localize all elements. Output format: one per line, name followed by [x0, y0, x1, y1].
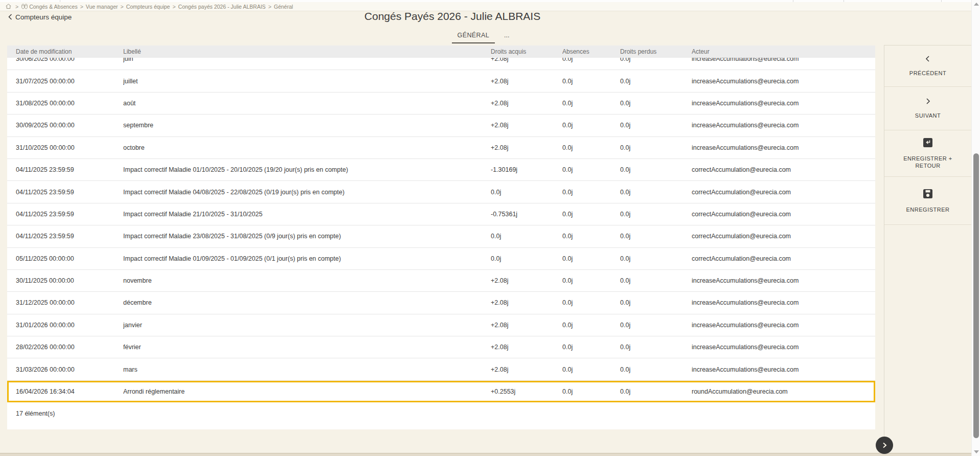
cell-droits-perdus: 0.0j [620, 122, 692, 129]
chevron-left-icon [924, 55, 931, 62]
cell-libelle: Impact correctif Maladie 21/10/2025 - 31… [123, 211, 491, 218]
cell-droits-acquis: +2.08j [491, 100, 562, 107]
next-label: SUIVANT [895, 112, 961, 119]
cell-libelle: janvier [123, 322, 491, 329]
cell-libelle: juin [123, 58, 491, 62]
cell-libelle: septembre [123, 122, 491, 129]
table-header-row: Date de modification Libellé Droits acqu… [7, 45, 875, 58]
table-row[interactable]: 31/07/2025 00:00:00juillet+2.08j0.0j0.0j… [7, 70, 875, 92]
cell-libelle: Arrondi réglementaire [123, 388, 491, 395]
table-row[interactable]: 30/09/2025 00:00:00septembre+2.08j0.0j0.… [7, 115, 875, 136]
table-row[interactable]: 04/11/2025 23:59:59Impact correctif Mala… [7, 159, 875, 181]
tab-general[interactable]: GÉNÉRAL [452, 32, 495, 43]
cell-acteur: increaseAccumulations@eurecia.com [692, 277, 875, 284]
table-row[interactable]: 30/06/2025 00:00:00juin+2.08j0.0j0.0jinc… [7, 58, 875, 70]
element-count: 17 élément(s) [16, 410, 55, 417]
chevron-right-icon [924, 98, 931, 105]
table-row[interactable]: 04/11/2025 23:59:59Impact correctif Mala… [7, 181, 875, 203]
cell-droits-perdus: 0.0j [620, 58, 692, 62]
cell-acteur: correctAccumulation@eurecia.com [692, 233, 875, 240]
cell-absences: 0.0j [562, 388, 620, 395]
table-row[interactable]: 04/11/2025 23:59:59Impact correctif Mala… [7, 225, 875, 247]
tabs-bar: GÉNÉRAL ... [0, 32, 884, 43]
cell-acteur: increaseAccumulations@eurecia.com [692, 78, 875, 85]
cell-droits-perdus: 0.0j [620, 211, 692, 218]
column-header-droits-perdus: Droits perdus [620, 48, 692, 55]
table-body: 30/06/2025 00:00:00juin+2.08j0.0j0.0jinc… [7, 58, 875, 402]
cell-droits-acquis: +2.08j [491, 78, 562, 85]
cell-droits-perdus: 0.0j [620, 277, 692, 284]
cell-date: 31/08/2025 00:00:00 [7, 100, 123, 107]
cell-absences: 0.0j [562, 78, 620, 85]
table-row[interactable]: 31/10/2025 00:00:00octobre+2.08j0.0j0.0j… [7, 137, 875, 159]
save-button[interactable]: ENREGISTRER [884, 177, 971, 225]
next-button[interactable]: SUIVANT [884, 87, 971, 130]
save-return-label: ENREGISTRER + RETOUR [895, 155, 961, 169]
table-row[interactable]: 05/11/2025 00:00:00Impact correctif Mala… [7, 248, 875, 270]
cell-droits-acquis: 0.0j [491, 255, 562, 262]
cell-date: 04/11/2025 23:59:59 [7, 233, 123, 240]
save-and-return-button[interactable]: ENREGISTRER + RETOUR [884, 130, 971, 177]
cell-droits-acquis: +2.08j [491, 122, 562, 129]
cell-date: 31/03/2026 00:00:00 [7, 366, 123, 373]
cell-libelle: juillet [123, 78, 491, 85]
table-row[interactable]: 31/01/2026 00:00:00janvier+2.08j0.0j0.0j… [7, 314, 875, 336]
scrollbar-thumb[interactable] [973, 153, 979, 438]
table-row[interactable]: 31/03/2026 00:00:00mars+2.08j0.0j0.0jinc… [7, 358, 875, 380]
cell-acteur: increaseAccumulations@eurecia.com [692, 58, 875, 62]
breadcrumb-separator: > [172, 4, 175, 10]
scroll-up-arrow[interactable] [974, 3, 979, 6]
breadcrumb-item[interactable]: Congés payés 2026 - Julie ALBRAIS [178, 4, 266, 10]
save-label: ENREGISTRER [895, 206, 961, 213]
cell-droits-acquis: +2.08j [491, 299, 562, 306]
cell-date: 30/11/2025 00:00:00 [7, 277, 123, 284]
cell-date: 30/06/2025 00:00:00 [7, 58, 123, 62]
breadcrumb-item[interactable]: Vue manager [86, 4, 118, 10]
breadcrumb-item[interactable]: Compteurs équipe [126, 4, 170, 10]
cell-libelle: mars [123, 366, 491, 373]
cell-droits-perdus: 0.0j [620, 299, 692, 306]
cell-droits-perdus: 0.0j [620, 144, 692, 151]
cell-absences: 0.0j [562, 277, 620, 284]
cell-droits-acquis: +2.08j [491, 58, 562, 62]
cell-absences: 0.0j [562, 322, 620, 329]
table-row[interactable]: 30/11/2025 00:00:00novembre+2.08j0.0j0.0… [7, 270, 875, 292]
table-row[interactable]: 28/02/2026 00:00:00février+2.08j0.0j0.0j… [7, 336, 875, 358]
breadcrumb-separator: > [268, 4, 271, 10]
cell-droits-acquis: 0.0j [491, 189, 562, 196]
cell-libelle: décembre [123, 299, 491, 306]
cell-date: 31/10/2025 00:00:00 [7, 144, 123, 151]
cell-date: 31/07/2025 00:00:00 [7, 78, 123, 85]
cell-date: 16/04/2026 16:34:04 [7, 388, 123, 395]
table-row[interactable]: 31/08/2025 00:00:00août+2.08j0.0j0.0jinc… [7, 93, 875, 115]
cell-date: 28/02/2026 00:00:00 [7, 344, 123, 351]
previous-button[interactable]: PRÉCÉDENT [884, 45, 971, 87]
column-header-droits-acquis: Droits acquis [491, 48, 562, 55]
cell-droits-perdus: 0.0j [620, 344, 692, 351]
panel-expand-button[interactable] [876, 437, 893, 454]
tab-overflow[interactable]: ... [504, 32, 509, 43]
column-header-date: Date de modification [7, 48, 123, 55]
table-row[interactable]: 04/11/2025 23:59:59Impact correctif Mala… [7, 203, 875, 225]
breadcrumb-item[interactable]: Général [274, 4, 293, 10]
cell-absences: 0.0j [562, 122, 620, 129]
table-row[interactable]: 31/12/2025 00:00:00décembre+2.08j0.0j0.0… [7, 292, 875, 314]
column-header-acteur: Acteur [692, 48, 875, 55]
save-return-icon [923, 138, 933, 148]
cell-acteur: increaseAccumulations@eurecia.com [692, 344, 875, 351]
chevron-right-icon [881, 442, 888, 449]
cell-acteur: increaseAccumulations@eurecia.com [692, 299, 875, 306]
cell-acteur: increaseAccumulations@eurecia.com [692, 144, 875, 151]
cell-libelle: novembre [123, 277, 491, 284]
cell-absences: 0.0j [562, 58, 620, 62]
scroll-down-arrow[interactable] [974, 450, 979, 453]
vertical-scrollbar[interactable] [971, 0, 980, 456]
cell-date: 05/11/2025 00:00:00 [7, 255, 123, 262]
table-footer: 17 élément(s) [7, 402, 875, 424]
cell-droits-acquis: +2.08j [491, 322, 562, 329]
cell-droits-acquis: -1.30169j [491, 166, 562, 173]
column-header-libelle: Libellé [123, 48, 491, 55]
breadcrumb-item[interactable]: Congés & Absences [29, 4, 78, 10]
home-icon[interactable] [5, 3, 12, 10]
table-row-selected[interactable]: 16/04/2026 16:34:04Arrondi réglementaire… [7, 381, 875, 402]
